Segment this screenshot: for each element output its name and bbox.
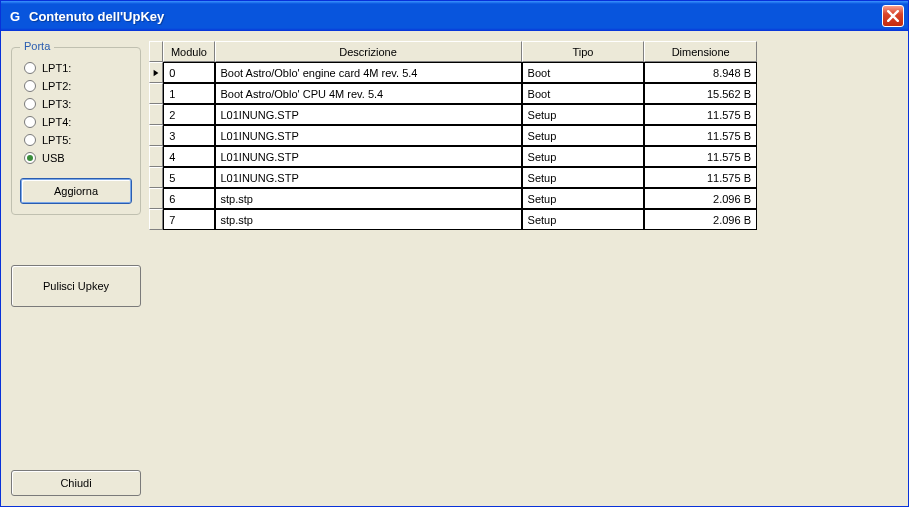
cell-dimensione: 11.575 B [644,167,757,188]
port-label: LPT5: [42,134,71,146]
cell-modulo: 5 [163,167,214,188]
cell-modulo: 7 [163,209,214,230]
radio-icon [24,116,36,128]
port-label: LPT1: [42,62,71,74]
cell-tipo: Setup [522,104,645,125]
window-title: Contenuto dell'UpKey [29,9,882,24]
port-group-label: Porta [20,40,54,52]
cell-tipo: Setup [522,167,645,188]
cell-descrizione: Boot Astro/Oblo' engine card 4M rev. 5.4 [215,62,522,83]
radio-icon [24,134,36,146]
table-row[interactable]: 7stp.stpSetup2.096 B [149,209,757,230]
column-header-dimensione[interactable]: Dimensione [644,41,757,62]
cell-dimensione: 11.575 B [644,146,757,167]
port-radio-lpt1[interactable]: LPT1: [24,62,132,74]
cell-tipo: Setup [522,146,645,167]
table-row[interactable]: 2L01INUNG.STPSetup11.575 B [149,104,757,125]
row-indicator [149,62,163,83]
column-header-tipo[interactable]: Tipo [522,41,645,62]
port-radio-lpt5[interactable]: LPT5: [24,134,132,146]
cell-descrizione: L01INUNG.STP [215,125,522,146]
port-radio-lpt3[interactable]: LPT3: [24,98,132,110]
cell-modulo: 3 [163,125,214,146]
cell-descrizione: Boot Astro/Oblo' CPU 4M rev. 5.4 [215,83,522,104]
cell-dimensione: 15.562 B [644,83,757,104]
radio-icon [24,62,36,74]
port-radio-usb[interactable]: USB [24,152,132,164]
client-area: Porta LPT1:LPT2:LPT3:LPT4:LPT5:USB Aggio… [1,31,908,506]
close-window-button[interactable] [882,5,904,27]
cell-tipo: Setup [522,209,645,230]
titlebar: G Contenuto dell'UpKey [1,1,908,31]
port-label: LPT4: [42,116,71,128]
row-indicator [149,125,163,146]
cell-descrizione: L01INUNG.STP [215,167,522,188]
cell-modulo: 0 [163,62,214,83]
port-label: USB [42,152,65,164]
radio-icon [24,98,36,110]
radio-icon [24,152,36,164]
cell-tipo: Boot [522,83,645,104]
port-radio-lpt2[interactable]: LPT2: [24,80,132,92]
app-icon: G [7,8,23,24]
row-indicator [149,146,163,167]
cell-modulo: 2 [163,104,214,125]
close-button[interactable]: Chiudi [11,470,141,496]
table-row[interactable]: 5L01INUNG.STPSetup11.575 B [149,167,757,188]
cell-tipo: Boot [522,62,645,83]
cell-modulo: 6 [163,188,214,209]
port-groupbox: Porta LPT1:LPT2:LPT3:LPT4:LPT5:USB Aggio… [11,47,141,215]
cell-descrizione: L01INUNG.STP [215,104,522,125]
upkey-content-table: Modulo Descrizione Tipo Dimensione 0Boot… [149,41,757,230]
close-icon [887,10,899,22]
table-row[interactable]: 3L01INUNG.STPSetup11.575 B [149,125,757,146]
table-row[interactable]: 0Boot Astro/Oblo' engine card 4M rev. 5.… [149,62,757,83]
cell-dimensione: 2.096 B [644,209,757,230]
sidebar: Porta LPT1:LPT2:LPT3:LPT4:LPT5:USB Aggio… [11,41,141,496]
cell-modulo: 1 [163,83,214,104]
cell-tipo: Setup [522,188,645,209]
table-row[interactable]: 6stp.stpSetup2.096 B [149,188,757,209]
cell-dimensione: 11.575 B [644,125,757,146]
cell-descrizione: L01INUNG.STP [215,146,522,167]
table-area: Modulo Descrizione Tipo Dimensione 0Boot… [149,41,898,496]
port-label: LPT2: [42,80,71,92]
cell-dimensione: 2.096 B [644,188,757,209]
cell-dimensione: 8.948 B [644,62,757,83]
row-indicator [149,167,163,188]
refresh-button[interactable]: Aggiorna [20,178,132,204]
column-header-modulo[interactable]: Modulo [163,41,214,62]
radio-icon [24,80,36,92]
cell-descrizione: stp.stp [215,209,522,230]
row-indicator [149,104,163,125]
cell-tipo: Setup [522,125,645,146]
row-indicator [149,209,163,230]
table-row[interactable]: 1Boot Astro/Oblo' CPU 4M rev. 5.4Boot15.… [149,83,757,104]
cell-descrizione: stp.stp [215,188,522,209]
current-row-icon [152,69,160,77]
column-header-descrizione[interactable]: Descrizione [215,41,522,62]
row-indicator [149,83,163,104]
clean-upkey-button[interactable]: Pulisci Upkey [11,265,141,307]
row-indicator [149,188,163,209]
port-radio-lpt4[interactable]: LPT4: [24,116,132,128]
cell-modulo: 4 [163,146,214,167]
table-row[interactable]: 4L01INUNG.STPSetup11.575 B [149,146,757,167]
row-header-corner [149,41,163,62]
port-label: LPT3: [42,98,71,110]
cell-dimensione: 11.575 B [644,104,757,125]
